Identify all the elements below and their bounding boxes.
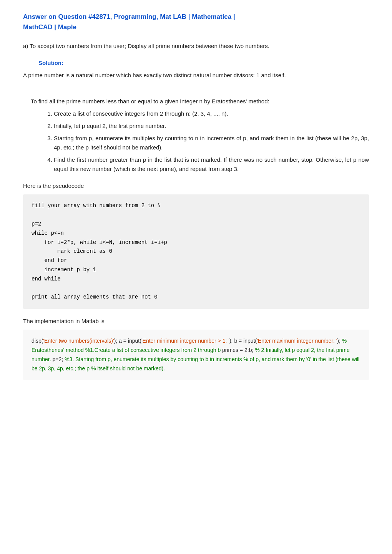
impl-intro: The implementation in Matlab is xyxy=(23,317,369,326)
pseudocode-intro: Here is the pseudocode xyxy=(23,181,369,191)
step-1: Create a list of consecutive integers fr… xyxy=(54,109,369,118)
step-3: Starting from p, enumerate its multiples… xyxy=(54,134,369,152)
page-title: Answer on Question #42871, Programming, … xyxy=(23,12,369,32)
step-2: Initially, let p equal 2, the first prim… xyxy=(54,121,369,131)
find-intro: To find all the prime numbers less than … xyxy=(31,97,369,106)
prime-definition: A prime number is a natural number which… xyxy=(23,71,369,80)
intro-paragraph: a) To accept two numbers from the user; … xyxy=(23,41,369,51)
matlab-code-block: disp('Enter two numbers(intervals)'); a … xyxy=(23,330,369,380)
pseudocode-block: fill your array with numbers from 2 to N… xyxy=(23,194,369,309)
step-4: Find the first number greater than p in … xyxy=(54,155,369,174)
solution-label: Solution: xyxy=(38,58,369,68)
algorithm-steps: Create a list of consecutive integers fr… xyxy=(54,109,369,174)
